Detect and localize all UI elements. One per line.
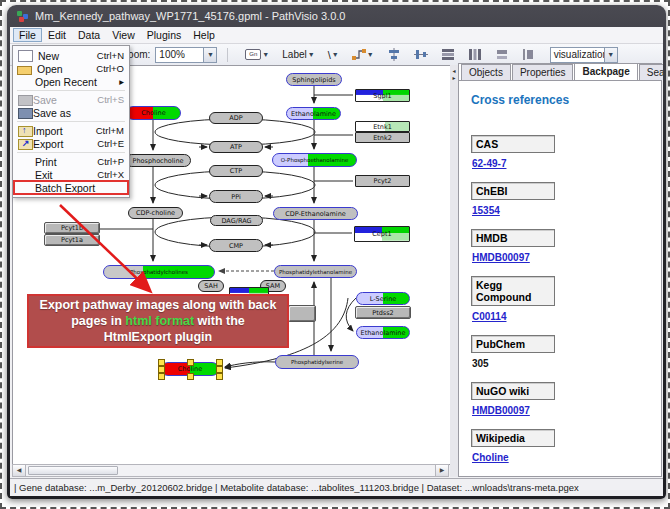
file-menu-item-print[interactable]: PrintCtrl+P — [14, 155, 128, 168]
selection-handle[interactable] — [158, 359, 165, 366]
selection-handle[interactable] — [187, 359, 194, 366]
stack-horizontal-button[interactable] — [466, 47, 484, 62]
visualization-combobox[interactable]: visualization ▼ — [550, 47, 618, 63]
pathway-node-ethanolamine-top[interactable]: Ethanolamine — [286, 107, 341, 120]
xref-value-wikipedia[interactable]: Choline — [472, 452, 661, 463]
selection-handle[interactable] — [216, 366, 223, 373]
pathway-node-dag[interactable]: DAG/RAG — [210, 215, 263, 226]
splitter-collapse-icons[interactable]: ◂▸ — [450, 68, 458, 82]
align-vertical-center-button[interactable] — [412, 47, 430, 62]
tab-search[interactable]: Search — [639, 64, 663, 80]
common-height-button[interactable] — [520, 47, 538, 62]
zoom-combobox[interactable]: 100% ▼ — [155, 47, 217, 63]
file-menu-item-exit[interactable]: ExitCtrl+X — [14, 168, 128, 181]
backpage-content: Cross references CAS62-49-7ChEBI15354HMD… — [459, 80, 661, 476]
tab-backpage[interactable]: Backpage — [574, 63, 637, 80]
node-label: CMP — [229, 242, 243, 250]
selection-handle[interactable] — [187, 373, 194, 380]
common-height-icon — [522, 48, 536, 61]
new-label-button[interactable]: Label ▼ — [280, 48, 316, 61]
pathway-node-adp[interactable]: ADP — [209, 112, 263, 124]
scroll-right-icon[interactable]: ▶ — [435, 465, 448, 476]
file-menu-item-new[interactable]: NewCtrl+N — [14, 49, 128, 62]
stack-vertical-button[interactable] — [439, 47, 457, 62]
pathway-node-etnk1[interactable]: Etnk1 — [355, 121, 410, 132]
new-icon — [18, 50, 33, 62]
new-connector-button[interactable]: ▼ — [350, 47, 376, 62]
file-menu-item-open-recent[interactable]: Open Recent▸ — [14, 75, 128, 88]
pathway-node-o-phosphoethanolamine[interactable]: O-Phosphoethanolamine — [272, 153, 357, 167]
pathway-node-cmp[interactable]: CMP — [209, 239, 263, 252]
xref-value-kegg-compound[interactable]: C00114 — [472, 311, 661, 322]
menu-separator — [17, 90, 125, 91]
file-menu-item-batch-export[interactable]: Batch Export — [14, 181, 128, 194]
node-label: Phosphatidylethanolamine — [279, 269, 352, 275]
menu-plugins[interactable]: Plugins — [141, 28, 187, 42]
xref-section-chebi: ChEBI15354 — [471, 182, 661, 216]
pathway-node-l-serine[interactable]: L-Serine — [356, 292, 410, 305]
node-label: Ethanolamine — [291, 110, 336, 118]
menu-data[interactable]: Data — [72, 28, 106, 42]
chevron-down-icon: ▼ — [604, 48, 617, 62]
pathway-node-pcyt2[interactable]: Pcyt2 — [355, 175, 410, 187]
pathway-node-ethanolamine-bottom[interactable]: Ethanolamine — [356, 326, 410, 339]
menu-shortcut: Ctrl+S — [97, 94, 124, 105]
file-menu-item-export[interactable]: ExportCtrl+E — [14, 137, 128, 150]
menu-edit[interactable]: Edit — [42, 28, 72, 42]
file-menu-dropdown: NewCtrl+NOpenCtrl+OOpen Recent▸SaveCtrl+… — [12, 45, 130, 198]
align-horizontal-center-button[interactable] — [385, 47, 403, 62]
menu-icon-spacer — [17, 182, 30, 193]
selection-handle[interactable] — [216, 359, 223, 366]
menu-help[interactable]: Help — [187, 28, 221, 42]
pathway-node-cdp-ethanolamine[interactable]: CDP-Ethanolamine — [273, 207, 358, 220]
menu-item-label: Exit — [35, 169, 89, 181]
pathway-node-sah[interactable]: SAH — [198, 280, 224, 292]
pathway-node-sphingolipids[interactable]: Sphingolipids — [286, 73, 342, 86]
xref-value-cas[interactable]: 62-49-7 — [472, 158, 661, 169]
pathway-node-pcyt1a[interactable]: Pcyt1a — [44, 234, 100, 246]
tab-properties[interactable]: Properties — [512, 64, 574, 80]
selection-handle[interactable] — [216, 373, 223, 380]
pathway-node-ctp[interactable]: CTP — [209, 165, 263, 177]
node-label: DAG/RAG — [221, 217, 251, 225]
menu-icon-spacer — [17, 169, 30, 180]
selection-handle[interactable] — [158, 366, 165, 373]
new-line-button[interactable]: \ ▼ — [326, 48, 341, 62]
xref-value-chebi[interactable]: 15354 — [472, 205, 661, 216]
pathway-node-etnk2[interactable]: Etnk2 — [355, 132, 410, 143]
pathway-node-ptdss2[interactable]: Ptdss2 — [355, 306, 411, 319]
xref-value-nugo-wiki[interactable]: HMDB00097 — [472, 405, 661, 416]
panel-splitter[interactable]: ◂▸ — [450, 65, 458, 477]
file-menu-item-open[interactable]: OpenCtrl+O — [14, 62, 128, 75]
scrollbar-thumb[interactable] — [28, 466, 118, 475]
pathway-node-pcyt1b[interactable]: Pcyt1b — [44, 222, 100, 234]
align-vertical-center-icon — [414, 48, 428, 61]
file-menu-item-save-as[interactable]: Save as — [14, 106, 128, 119]
menu-view[interactable]: View — [106, 28, 141, 42]
pathway-node-phosphocholine[interactable]: Phosphocholine — [125, 154, 191, 167]
pathway-node-phosphatidylethanolamine[interactable]: Phosphatidylethanolamine — [274, 265, 357, 278]
side-panel-tabs: ObjectsPropertiesBackpageSearchLegend — [461, 65, 661, 80]
title-bar[interactable]: Mm_Kennedy_pathway_WP1771_45176.gpml - P… — [7, 5, 666, 27]
common-width-button[interactable] — [493, 47, 511, 62]
new-datanode-button[interactable]: Gn ▼ — [243, 48, 271, 61]
pathway-node-phosphatidylcholines[interactable]: Phosphatidylcholines — [103, 265, 215, 279]
file-menu-item-save[interactable]: SaveCtrl+S — [14, 93, 128, 106]
pathway-node-sgpl1[interactable]: Sgpl1 — [355, 89, 410, 102]
xref-value-hmdb[interactable]: HMDB00097 — [472, 252, 661, 263]
pathway-node-atp[interactable]: ATP — [209, 141, 263, 153]
pathway-node-cept1[interactable]: Cept1 — [354, 226, 410, 242]
selection-handle[interactable] — [158, 373, 165, 380]
pathway-node-phosphatidylserine[interactable]: Phosphatidylserine — [275, 355, 359, 369]
canvas-horizontal-scrollbar[interactable]: ◀ ▶ — [12, 464, 449, 477]
pathway-node-choline-top[interactable]: Choline — [126, 106, 181, 120]
menu-file[interactable]: File — [13, 28, 42, 42]
pathway-node-hidden-box[interactable] — [288, 305, 316, 322]
scroll-left-icon[interactable]: ◀ — [13, 465, 26, 476]
tab-objects[interactable]: Objects — [461, 64, 511, 80]
pathway-node-ppi[interactable]: PPi — [209, 190, 263, 203]
annotation-callout: Export pathway images along with back pa… — [27, 294, 289, 348]
file-menu-item-import[interactable]: ImportCtrl+M — [14, 124, 128, 137]
node-label: Cept1 — [372, 230, 391, 238]
pathway-node-cdp-choline[interactable]: CDP-choline — [128, 207, 183, 219]
